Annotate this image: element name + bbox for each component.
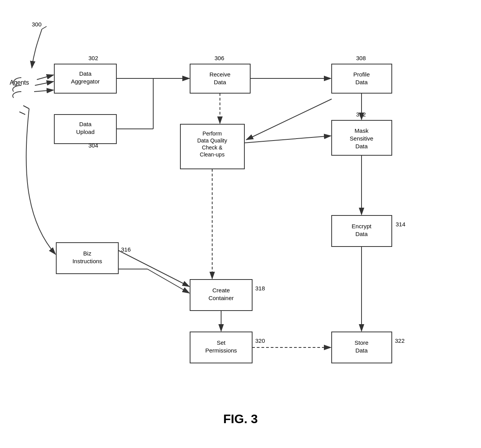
main-diagram-svg: Data Aggregator Data Upload Receive Data… <box>0 0 481 448</box>
create-container-text1: Create <box>212 287 230 293</box>
mask-text1: Mask <box>355 127 369 134</box>
encrypt-text2: Data <box>355 231 368 237</box>
mask-text3: Data <box>355 143 368 149</box>
label-306: 306 <box>215 55 224 61</box>
perform-dq-text4: Clean-ups <box>200 151 225 158</box>
profile-data-text: Profile <box>353 71 370 78</box>
label-304: 304 <box>88 142 98 149</box>
label-322: 322 <box>395 337 405 344</box>
receive-data-text2: Data <box>214 79 226 85</box>
store-text2: Data <box>355 347 368 354</box>
mask-text2: Sensitive <box>350 135 374 142</box>
data-aggregator-text: Data <box>79 70 92 77</box>
data-aggregator-text2: Aggregator <box>71 78 100 85</box>
create-container-text2: Container <box>208 295 234 301</box>
perform-dq-text1: Perform <box>202 130 222 137</box>
label-318: 318 <box>255 285 265 292</box>
label-314: 314 <box>396 221 405 227</box>
profile-data-text2: Data <box>355 79 368 85</box>
label-300: 300 <box>32 21 42 28</box>
receive-data-text: Receive <box>209 71 230 78</box>
biz-text1: Biz <box>83 250 92 257</box>
label-316: 316 <box>121 246 131 253</box>
perform-dq-text2: Data Quality <box>197 137 227 144</box>
perform-dq-text3: Check & <box>202 144 223 151</box>
label-308: 308 <box>356 55 366 61</box>
biz-text2: Instructions <box>73 258 102 264</box>
set-perm-text2: Permissions <box>205 347 237 354</box>
agents-label: Agents <box>10 79 29 86</box>
figure-title: FIG. 3 <box>223 412 258 426</box>
encrypt-text1: Encrypt <box>352 223 372 229</box>
set-perm-text1: Set <box>217 339 226 346</box>
label-312: 312 <box>356 111 366 118</box>
data-upload-text: Data <box>79 121 92 127</box>
label-302: 302 <box>88 55 98 61</box>
data-upload-text2: Upload <box>76 128 95 135</box>
label-320: 320 <box>255 337 265 344</box>
store-text1: Store <box>355 339 369 346</box>
